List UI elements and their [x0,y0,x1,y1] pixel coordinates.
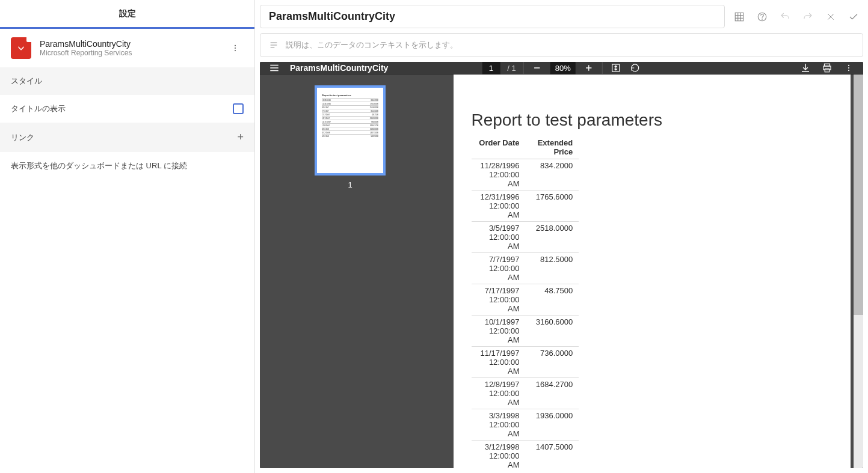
file-item[interactable]: ParamsMultiCountryCity Microsoft Reporti… [0,29,254,67]
download-icon[interactable] [799,62,811,74]
add-link-icon[interactable]: + [237,131,244,144]
svg-point-30 [848,70,849,71]
print-icon[interactable] [821,62,833,74]
more-icon[interactable] [227,40,244,56]
show-title-label: タイトルの表示 [11,103,66,114]
scrollbar-thumb[interactable] [854,75,863,315]
confirm-icon[interactable] [844,7,863,26]
scrollbar[interactable] [854,75,863,468]
description-placeholder: 説明は、このデータのコンテキストを示します。 [286,40,458,50]
style-header: スタイル [0,67,254,95]
svg-point-2 [235,50,236,51]
title-input[interactable] [260,5,725,28]
settings-sidebar: 設定 ParamsMultiCountryCity Microsoft Repo… [0,0,255,473]
link-description: 表示形式を他のダッシュボードまたは URL に接続 [0,152,254,180]
fit-icon[interactable] [610,62,622,74]
table-row: 12/8/199712:00:00 AM1684.2700 [472,378,579,409]
table-row: 11/17/199712:00:00 AM736.0000 [472,347,579,378]
show-title-checkbox[interactable] [233,103,244,114]
table-row: 7/17/199712:00:00 AM48.7500 [472,284,579,316]
table-row: 10/1/199712:00:00 AM3160.6000 [472,316,579,347]
sidebar-title: 設定 [0,0,254,29]
page-view[interactable]: Report to test parameters Order Date Ext… [440,75,863,468]
table-row: 11/28/199612:00:00 AM834.2000 [472,159,579,191]
rotate-icon[interactable] [629,62,641,74]
pdf-viewer: ParamsMultiCountryCity / 1 80% Report to… [260,62,863,468]
col-extended-price: ExtendedPrice [526,136,579,159]
file-name: ParamsMultiCountryCity [40,39,218,49]
pdf-title: ParamsMultiCountryCity [290,63,388,73]
help-icon[interactable] [753,7,772,26]
svg-point-1 [235,47,236,49]
page-thumbnail[interactable]: Report to test parameters 11/28/1996834.… [315,85,386,175]
table-row: 3/3/199812:00:00 AM1936.0000 [472,409,579,441]
report-table: Order Date ExtendedPrice 11/28/199612:00… [472,136,579,468]
svg-rect-27 [825,69,830,72]
table-row: 7/7/199712:00:00 AM812.5000 [472,253,579,284]
page-input[interactable] [482,62,500,75]
svg-point-9 [762,19,763,19]
thumbnail-panel: Report to test parameters 11/28/1996834.… [260,75,440,468]
svg-rect-3 [735,13,743,21]
table-row: 12/31/199612:00:00 AM1765.6000 [472,191,579,222]
svg-point-29 [848,67,849,69]
pdf-body: Report to test parameters 11/28/1996834.… [260,75,863,468]
svg-point-0 [235,45,236,46]
table-row: 3/12/199812:00:00 AM1407.5000 [472,441,579,469]
thumbnail-number: 1 [348,180,352,189]
redo-icon[interactable] [798,7,817,26]
pdf-toolbar: ParamsMultiCountryCity / 1 80% [260,62,863,75]
main-panel: 説明は、このデータのコンテキストを示します。 ParamsMultiCountr… [255,0,868,473]
topbar [260,5,863,28]
svg-point-28 [848,65,849,66]
zoom-out-icon[interactable] [531,62,543,74]
description-input[interactable]: 説明は、このデータのコンテキストを示します。 [260,33,863,57]
undo-icon[interactable] [775,7,795,26]
col-order-date: Order Date [472,136,526,159]
pdf-page: Report to test parameters Order Date Ext… [454,75,851,468]
menu-icon[interactable] [268,62,280,74]
page-total: / 1 [507,64,516,73]
close-icon[interactable] [821,7,840,26]
pdf-icon [11,37,31,59]
link-label: リンク [11,132,34,143]
grid-icon[interactable] [730,7,749,26]
zoom-in-icon[interactable] [583,62,595,74]
lines-icon [269,40,279,50]
file-source: Microsoft Reporting Services [40,49,218,57]
report-title: Report to test parameters [472,111,833,130]
pdf-more-icon[interactable] [843,62,855,74]
link-header: リンク + [0,123,254,152]
table-row: 3/5/199712:00:00 AM2518.0000 [472,222,579,253]
zoom-level[interactable]: 80% [550,62,576,75]
show-title-row[interactable]: タイトルの表示 [0,95,254,123]
